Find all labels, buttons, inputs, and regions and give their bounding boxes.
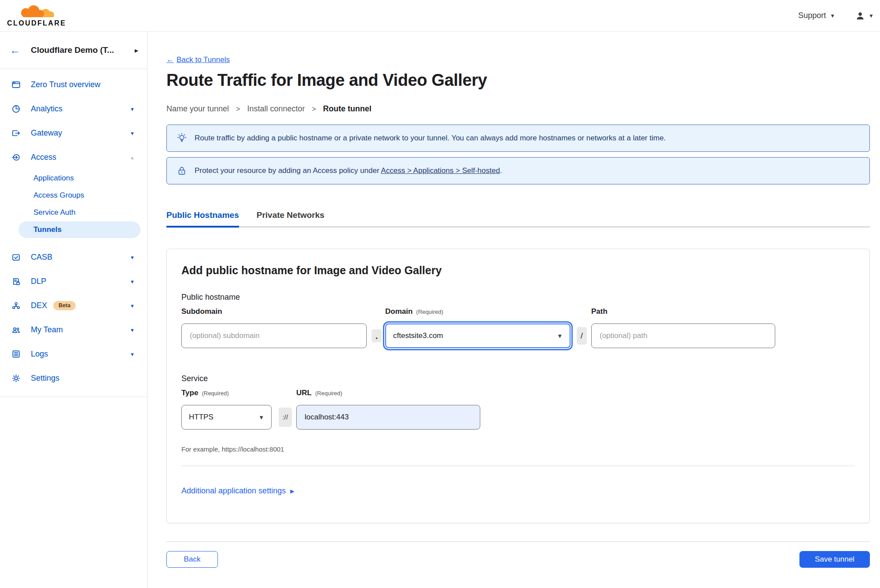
sidebar-item-access[interactable]: Access ▲ — [0, 145, 147, 169]
sidebar-item-access-groups[interactable]: Access Groups — [18, 187, 140, 204]
page: CLOUDFLARE Support ▼ ▼ ← Cloudflare Demo… — [0, 0, 880, 588]
chevron-up-icon: ▲ — [130, 155, 135, 160]
chevron-down-icon: ▼ — [130, 352, 135, 357]
url-label: URL — [296, 389, 312, 397]
cloudflare-logo[interactable]: CLOUDFLARE — [7, 5, 66, 27]
banner-text: Route traffic by adding a public hostnam… — [195, 134, 666, 143]
sidebar-item-label: My Team — [31, 325, 63, 334]
path-input[interactable] — [591, 323, 775, 348]
tab-bar: Public Hostnames Private Networks — [166, 210, 870, 228]
sidebar-item-zero-trust-overview[interactable]: Zero Trust overview — [0, 73, 147, 97]
gear-icon — [11, 374, 21, 383]
additional-application-settings-link[interactable]: Additional application settings ▶ — [181, 486, 294, 496]
url-required-hint: (Required) — [315, 390, 342, 397]
service-url-input[interactable] — [296, 405, 480, 430]
breadcrumb-separator: > — [236, 105, 240, 113]
subdomain-input[interactable] — [181, 323, 367, 348]
sidebar-item-label: Settings — [31, 374, 59, 383]
pie-chart-icon — [11, 104, 21, 114]
sidebar-item-dex[interactable]: DEX Beta ▼ — [0, 294, 147, 318]
logs-icon — [11, 349, 21, 359]
beta-badge: Beta — [53, 301, 76, 310]
topbar: CLOUDFLARE Support ▼ ▼ — [0, 0, 880, 32]
sidebar-item-gateway[interactable]: Gateway ▼ — [0, 121, 147, 145]
sidebar-item-label: Logs — [31, 349, 48, 359]
dlp-icon — [11, 277, 21, 287]
sidebar-item-analytics[interactable]: Analytics ▼ — [0, 97, 147, 121]
back-arrow-icon[interactable]: ← — [10, 45, 20, 55]
dex-icon — [11, 301, 21, 311]
back-button[interactable]: Back — [166, 551, 218, 568]
sidebar-item-label: Zero Trust overview — [31, 80, 100, 89]
sidebar-item-settings[interactable]: Settings — [0, 366, 147, 390]
sidebar-item-label: Access — [31, 153, 56, 162]
sidebar-item-label: Gateway — [31, 129, 62, 138]
lightbulb-icon — [177, 133, 187, 143]
chevron-down-icon: ▼ — [130, 327, 135, 333]
breadcrumb-separator: > — [312, 105, 316, 113]
dot-separator: . — [372, 329, 382, 342]
team-icon — [11, 325, 21, 335]
cloudflare-wordmark: CLOUDFLARE — [7, 20, 66, 27]
chevron-down-icon: ▼ — [130, 279, 135, 284]
left-arrow-icon: ← — [166, 55, 174, 64]
sidebar-item-my-team[interactable]: My Team ▼ — [0, 318, 147, 342]
tab-public-hostnames[interactable]: Public Hostnames — [166, 210, 239, 228]
window-icon — [11, 80, 21, 90]
sidebar-account-header: ← Cloudflare Demo (T... ▸ — [0, 32, 147, 69]
sidebar-item-label: DEX — [31, 301, 47, 310]
support-menu[interactable]: Support ▼ — [798, 11, 835, 20]
footer-divider — [166, 541, 870, 542]
account-name: Cloudflare Demo (T... — [31, 45, 135, 55]
chevron-down-icon: ▼ — [869, 13, 874, 18]
access-sub-list: Applications Access Groups Service Auth … — [0, 170, 147, 238]
info-banner-access-policy: Protect your resource by adding an Acces… — [166, 157, 870, 184]
card-divider — [181, 466, 855, 466]
domain-required-hint: (Required) — [416, 309, 443, 315]
service-type-value: HTTPS — [189, 413, 214, 422]
domain-select[interactable]: cftestsite3.com ▼ — [385, 323, 571, 348]
access-icon — [11, 153, 21, 162]
service-type-select[interactable]: HTTPS ▼ — [181, 405, 272, 430]
service-label: Service — [181, 374, 855, 383]
slash-separator: / — [577, 327, 587, 345]
hostname-fields-row: Subdomain . Domain (Required) cftestsite… — [181, 307, 855, 348]
footer-actions: Back Save tunnel — [166, 551, 870, 568]
chevron-right-icon[interactable]: ▸ — [135, 46, 138, 55]
save-tunnel-button[interactable]: Save tunnel — [799, 551, 870, 568]
chevron-down-icon: ▼ — [130, 131, 135, 136]
back-to-tunnels-link[interactable]: ← Back to Tunnels — [166, 55, 230, 64]
scheme-separator: :// — [279, 408, 292, 427]
sidebar-nav: Zero Trust overview Analytics ▼ — [0, 69, 147, 390]
gateway-icon — [11, 129, 21, 138]
topbar-right: Support ▼ ▼ — [798, 11, 874, 21]
sidebar-item-casb[interactable]: CASB ▼ — [0, 245, 147, 269]
chevron-down-icon: ▼ — [130, 107, 135, 112]
additional-settings-label: Additional application settings — [181, 486, 286, 496]
step-install-connector[interactable]: Install connector — [247, 104, 305, 114]
sidebar-item-label: Analytics — [31, 104, 63, 114]
user-icon — [855, 11, 865, 21]
access-applications-self-hosted-link[interactable]: Access > Applications > Self-hosted — [381, 166, 500, 175]
cloudflare-cloud-icon — [15, 5, 58, 19]
sidebar-item-tunnels[interactable]: Tunnels — [18, 221, 140, 238]
domain-select-value: cftestsite3.com — [393, 331, 443, 340]
sidebar-item-label: CASB — [31, 253, 52, 262]
sidebar-item-dlp[interactable]: DLP ▼ — [0, 269, 147, 294]
user-menu[interactable]: ▼ — [855, 11, 874, 21]
path-label: Path — [591, 307, 608, 316]
sidebar-item-service-auth[interactable]: Service Auth — [18, 204, 140, 221]
back-link-label: Back to Tunnels — [177, 55, 230, 64]
sidebar-item-logs[interactable]: Logs ▼ — [0, 342, 147, 366]
banner-text: Protect your resource by adding an Acces… — [195, 166, 502, 175]
step-name-your-tunnel[interactable]: Name your tunnel — [166, 104, 229, 114]
chevron-down-icon: ▼ — [830, 13, 835, 18]
chevron-down-icon: ▼ — [557, 333, 563, 339]
subdomain-label: Subdomain — [181, 307, 222, 316]
tab-private-networks[interactable]: Private Networks — [257, 210, 324, 226]
domain-label: Domain — [385, 307, 412, 316]
public-hostname-label: Public hostname — [181, 293, 855, 302]
chevron-down-icon: ▼ — [130, 303, 135, 309]
sidebar-item-applications[interactable]: Applications — [18, 170, 140, 187]
sidebar: ← Cloudflare Demo (T... ▸ Zero Trust ove… — [0, 32, 147, 588]
